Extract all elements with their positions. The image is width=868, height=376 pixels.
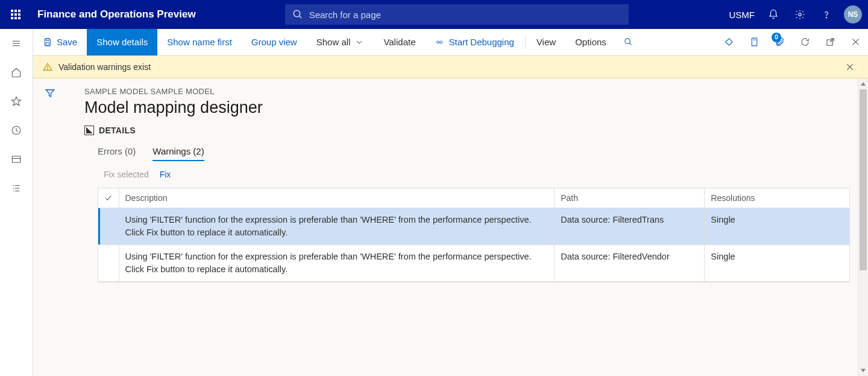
- nav-home-button[interactable]: [0, 58, 33, 87]
- svg-line-22: [630, 43, 632, 45]
- fix-button[interactable]: Fix: [160, 170, 171, 179]
- workspace-icon: [11, 154, 22, 165]
- row-select-cell[interactable]: [98, 208, 119, 245]
- search-input[interactable]: [309, 10, 621, 20]
- question-icon: [821, 9, 832, 20]
- tab-warnings[interactable]: Warnings (2): [153, 142, 204, 161]
- tab-errors[interactable]: Errors (0): [98, 142, 136, 161]
- search-icon: [292, 9, 303, 20]
- vertical-scrollbar[interactable]: [858, 78, 868, 376]
- filter-icon: [45, 88, 55, 98]
- scrollbar-thumb[interactable]: [860, 89, 867, 270]
- svg-marker-35: [46, 90, 54, 97]
- validate-button[interactable]: Validate: [374, 29, 425, 56]
- svg-rect-9: [12, 156, 20, 163]
- svg-point-3: [826, 18, 826, 18]
- popout-icon: [825, 37, 835, 47]
- clock-icon: [11, 125, 22, 136]
- diamond-icon: [724, 37, 734, 47]
- warning-banner: Validation warnings exist: [33, 56, 868, 78]
- svg-marker-37: [861, 82, 866, 86]
- banner-text: Validation warnings exist: [58, 62, 151, 72]
- row-select-cell[interactable]: [98, 245, 119, 282]
- options-menu[interactable]: Options: [565, 29, 616, 56]
- col-description-header[interactable]: Description: [119, 188, 555, 208]
- refresh-button[interactable]: [792, 29, 817, 56]
- chevron-down-icon: [354, 37, 364, 47]
- table-row[interactable]: Using 'FILTER' function for the expressi…: [98, 245, 849, 282]
- cell-path[interactable]: Data source: FilteredVendor: [555, 245, 705, 282]
- cell-description[interactable]: Using 'FILTER' function for the expressi…: [119, 245, 555, 282]
- attachments-button[interactable]: 0: [767, 29, 792, 56]
- table-row[interactable]: Using 'FILTER' function for the expressi…: [98, 208, 849, 245]
- warning-icon: [43, 62, 52, 72]
- cell-path[interactable]: Data source: FilteredTrans: [555, 208, 705, 245]
- show-details-button[interactable]: Show details: [87, 29, 157, 56]
- nav-collapse-button[interactable]: [0, 29, 33, 58]
- nav-favorites-button[interactable]: [0, 87, 33, 116]
- popout-button[interactable]: [817, 29, 843, 56]
- details-section-toggle[interactable]: [84, 126, 94, 135]
- gear-icon: [794, 9, 805, 20]
- attachments-badge: 0: [772, 33, 781, 42]
- close-page-button[interactable]: [843, 29, 868, 56]
- svg-point-2: [799, 13, 802, 16]
- col-resolutions-header[interactable]: Resolutions: [705, 188, 849, 208]
- save-icon: [43, 37, 52, 47]
- collapse-triangle-icon: [86, 127, 92, 133]
- global-search[interactable]: [285, 4, 629, 25]
- nav-workspaces-button[interactable]: [0, 145, 33, 174]
- nav-recent-button[interactable]: [0, 116, 33, 145]
- svg-rect-17: [46, 39, 49, 40]
- select-all-header[interactable]: [98, 188, 119, 208]
- personalize-button[interactable]: [716, 29, 741, 56]
- find-button[interactable]: [616, 29, 641, 56]
- warnings-actions: Fix selected Fix: [104, 170, 850, 179]
- home-icon: [11, 67, 22, 78]
- user-avatar[interactable]: NS: [844, 5, 862, 24]
- show-name-first-button[interactable]: Show name first: [157, 29, 242, 56]
- close-icon: [851, 37, 861, 47]
- nav-modules-button[interactable]: [0, 174, 33, 203]
- cell-description[interactable]: Using 'FILTER' function for the expressi…: [119, 208, 555, 245]
- breadcrumb: SAMPLE MODEL SAMPLE MODEL: [84, 87, 850, 96]
- svg-line-27: [829, 39, 833, 42]
- cell-resolutions[interactable]: Single: [705, 208, 849, 245]
- save-label: Save: [57, 37, 77, 47]
- page-body: SAMPLE MODEL SAMPLE MODEL Model mapping …: [66, 78, 868, 376]
- show-all-dropdown[interactable]: Show all: [307, 29, 374, 56]
- modules-icon: [11, 183, 22, 194]
- cell-resolutions[interactable]: Single: [705, 245, 849, 282]
- waffle-icon: [11, 10, 20, 19]
- save-button[interactable]: Save: [33, 29, 87, 56]
- svg-marker-36: [86, 127, 92, 133]
- start-debugging-button[interactable]: Start Debugging: [425, 29, 523, 56]
- refresh-icon: [800, 37, 810, 47]
- svg-point-0: [294, 10, 300, 17]
- action-bar: Save Show details Show name first Group …: [33, 29, 868, 56]
- app-launcher-button[interactable]: [6, 0, 25, 29]
- col-path-header[interactable]: Path: [555, 188, 705, 208]
- details-tabs: Errors (0) Warnings (2): [98, 142, 850, 161]
- svg-marker-23: [725, 39, 732, 45]
- page-options-button[interactable]: [741, 29, 767, 56]
- fix-selected-button: Fix selected: [104, 170, 149, 179]
- group-view-button[interactable]: Group view: [242, 29, 307, 56]
- svg-point-20: [440, 41, 442, 43]
- hamburger-icon: [11, 38, 22, 49]
- help-button[interactable]: [814, 0, 839, 29]
- bell-icon: [768, 9, 779, 20]
- page-icon: [749, 37, 760, 47]
- left-nav-rail: [0, 29, 33, 376]
- svg-point-32: [47, 68, 48, 69]
- notifications-button[interactable]: [761, 0, 786, 29]
- company-selector[interactable]: USMF: [729, 10, 755, 20]
- view-menu[interactable]: View: [527, 29, 565, 56]
- filter-pane-toggle[interactable]: [33, 78, 66, 107]
- search-icon: [623, 37, 634, 47]
- svg-rect-18: [46, 42, 49, 45]
- close-icon: [845, 62, 855, 72]
- settings-button[interactable]: [787, 0, 813, 29]
- banner-close-button[interactable]: [841, 59, 858, 75]
- app-title: Finance and Operations Preview: [37, 8, 196, 21]
